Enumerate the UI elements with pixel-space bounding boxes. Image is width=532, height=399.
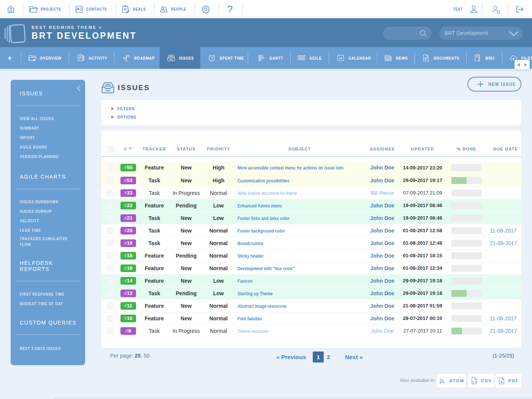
svg-text:24: 24 <box>339 57 342 60</box>
